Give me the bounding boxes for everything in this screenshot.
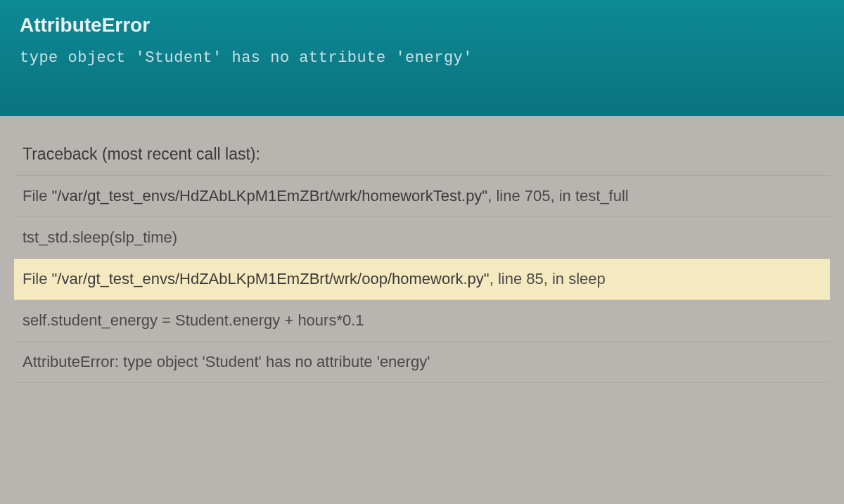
error-message: type object 'Student' has no attribute '… [20,49,824,67]
traceback-header: Traceback (most recent call last): [14,134,830,176]
traceback-code: tst_std.sleep(slp_time) [14,217,830,259]
traceback-frame: File "/var/gt_test_envs/HdZAbLKpM1EmZBrt… [14,259,830,300]
traceback-code: self.student_energy = Student.energy + h… [14,300,830,342]
traceback-section: Traceback (most recent call last): File … [14,134,830,383]
file-line-info: , line 85, in sleep [490,270,606,287]
file-path: "/var/gt_test_envs/HdZAbLKpM1EmZBrt/wrk/… [52,187,488,205]
file-line-info: , line 705, in test_full [487,187,629,205]
file-path: "/var/gt_test_envs/HdZAbLKpM1EmZBrt/wrk/… [52,270,490,287]
error-header: AttributeError type object 'Student' has… [0,0,844,116]
file-label: File [23,270,52,287]
error-type: AttributeError [20,14,824,37]
traceback-frame: File "/var/gt_test_envs/HdZAbLKpM1EmZBrt… [14,176,830,217]
file-label: File [23,187,52,205]
traceback-final-error: AttributeError: type object 'Student' ha… [14,342,830,383]
